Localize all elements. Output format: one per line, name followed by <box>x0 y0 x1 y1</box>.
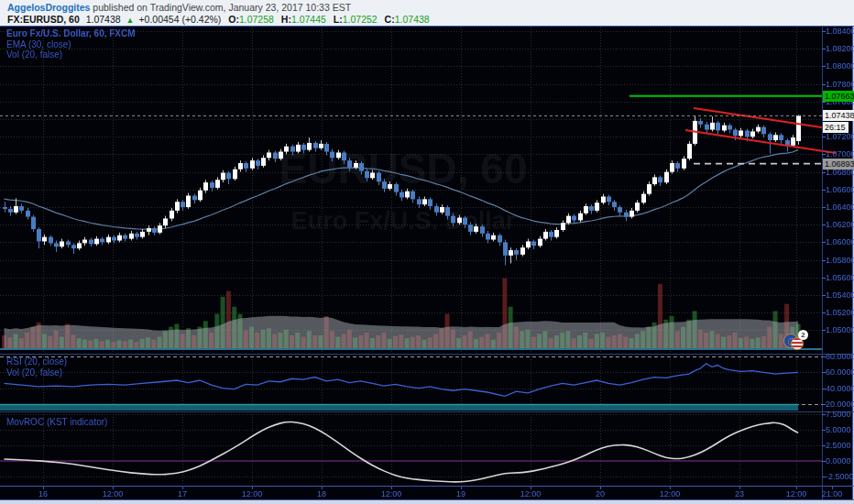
high-label: H: <box>281 14 291 25</box>
publish-info-line: AggelosDroggites published on TradingVie… <box>7 2 351 13</box>
low-label: L: <box>334 14 343 25</box>
up-arrow-icon: ▲ <box>126 16 135 25</box>
open-label: O: <box>228 14 239 25</box>
high-value: 1.07445 <box>291 14 326 25</box>
header-bar: AggelosDroggites published on TradingVie… <box>0 0 854 26</box>
change-text: +0.00454 (+0.42%) <box>138 14 221 25</box>
chart-canvas[interactable] <box>0 0 854 504</box>
last-price: 1.07438 <box>86 14 121 25</box>
low-value: 1.07252 <box>343 14 378 25</box>
author-link[interactable]: AggelosDroggites <box>7 2 90 13</box>
open-value: 1.07258 <box>239 14 274 25</box>
published-text: published on TradingView.com, January 23… <box>90 2 351 13</box>
tradingview-published-chart: AggelosDroggites published on TradingVie… <box>0 0 854 504</box>
quote-line: FX:EURUSD, 60 1.07438 ▲ +0.00454 (+0.42%… <box>7 14 430 25</box>
close-value: 1.07438 <box>395 14 430 25</box>
close-label: C: <box>385 14 395 25</box>
symbol-text: FX:EURUSD, 60 <box>7 14 80 25</box>
